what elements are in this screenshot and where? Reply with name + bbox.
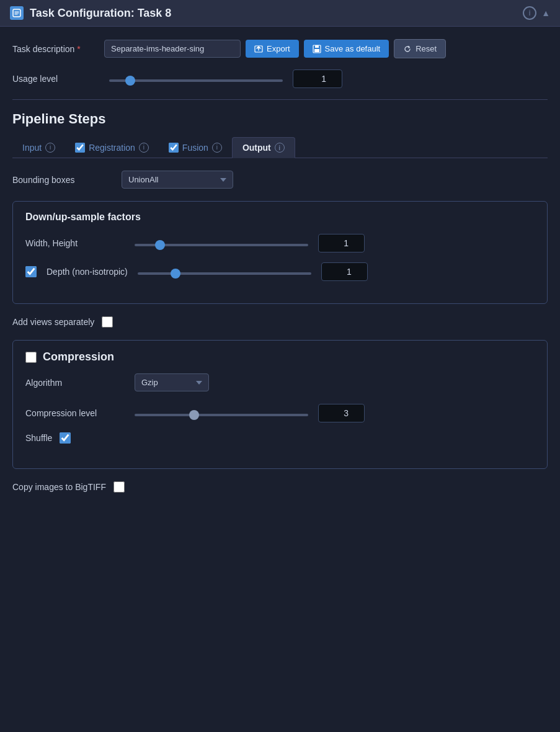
- compression-level-row: Compression level: [25, 404, 535, 422]
- svg-rect-3: [315, 45, 319, 48]
- title-bar-left: Task Configuration: Task 8: [10, 6, 171, 20]
- depth-row: Depth (non-isotropic): [25, 262, 535, 281]
- compression-level-slider-wrapper: [135, 408, 308, 418]
- bounding-boxes-label: Bounding boxes: [12, 175, 112, 185]
- title-info-icon[interactable]: i: [523, 6, 536, 20]
- task-description-row: Task description Export Save as default …: [12, 39, 548, 58]
- downsample-title: Down/up-sample factors: [25, 212, 535, 223]
- tab-input-label: Input: [22, 143, 42, 153]
- compression-level-label: Compression level: [25, 408, 125, 418]
- tab-fusion[interactable]: Fusion i: [159, 138, 232, 158]
- usage-level-input[interactable]: [293, 69, 342, 88]
- downsample-section: Down/up-sample factors Width, Height Dep…: [12, 201, 548, 304]
- tab-fusion-info-icon[interactable]: i: [212, 143, 222, 153]
- divider-1: [12, 99, 548, 100]
- tab-output-info-icon[interactable]: i: [275, 143, 285, 153]
- copy-images-checkbox[interactable]: [113, 481, 125, 493]
- pipeline-steps-heading: Pipeline Steps: [12, 111, 548, 127]
- page-title: Task Configuration: Task 8: [30, 7, 171, 20]
- title-bar: Task Configuration: Task 8 i ▲: [0, 0, 560, 27]
- algorithm-label: Algorithm: [25, 378, 125, 388]
- bounding-boxes-select[interactable]: UnionAll Intersection None: [122, 171, 233, 189]
- compression-header: Compression: [25, 350, 535, 364]
- width-height-slider[interactable]: [135, 244, 308, 246]
- tab-fusion-label: Fusion: [182, 143, 208, 153]
- export-icon: [254, 45, 263, 53]
- add-views-label: Add views separately: [12, 317, 94, 327]
- tab-registration[interactable]: Registration i: [65, 138, 159, 158]
- svg-rect-4: [314, 49, 319, 52]
- compression-enabled-checkbox[interactable]: [25, 352, 37, 363]
- usage-level-row: Usage level: [12, 69, 548, 88]
- compression-section: Compression Algorithm Gzip LZ4 None Comp…: [12, 340, 548, 469]
- algorithm-row: Algorithm Gzip LZ4 None: [25, 373, 535, 391]
- compression-level-slider[interactable]: [135, 414, 308, 416]
- title-bar-right: i ▲: [523, 6, 550, 20]
- save-default-button[interactable]: Save as default: [304, 40, 389, 58]
- usage-level-slider-wrapper: [109, 74, 283, 84]
- tab-output[interactable]: Output i: [232, 137, 295, 158]
- tab-fusion-checkbox[interactable]: [169, 143, 179, 153]
- pipeline-tabs: Input i Registration i Fusion i Output i: [12, 137, 548, 158]
- usage-level-label: Usage level: [12, 74, 99, 84]
- add-views-checkbox[interactable]: [102, 316, 113, 328]
- compression-title: Compression: [43, 350, 114, 364]
- collapse-icon[interactable]: ▲: [541, 8, 550, 18]
- width-height-input[interactable]: [318, 234, 365, 252]
- algorithm-select[interactable]: Gzip LZ4 None: [135, 373, 209, 391]
- depth-slider-wrapper: [138, 267, 311, 277]
- tab-output-label: Output: [242, 143, 271, 153]
- bounding-boxes-row: Bounding boxes UnionAll Intersection Non…: [12, 171, 548, 189]
- reset-button[interactable]: Reset: [394, 39, 446, 58]
- task-icon: [10, 6, 24, 20]
- depth-label: Depth (non-isotropic): [47, 266, 128, 277]
- add-views-row: Add views separately: [12, 316, 548, 328]
- tab-registration-label: Registration: [89, 143, 135, 153]
- save-icon: [313, 45, 321, 53]
- width-height-row: Width, Height: [25, 234, 535, 252]
- shuffle-checkbox[interactable]: [60, 432, 71, 444]
- usage-level-slider[interactable]: [109, 79, 283, 82]
- task-description-input[interactable]: [104, 40, 241, 58]
- compression-level-input[interactable]: [318, 404, 365, 422]
- tab-input[interactable]: Input i: [12, 138, 65, 158]
- main-content: Task description Export Save as default …: [0, 27, 560, 517]
- width-height-label: Width, Height: [25, 238, 125, 248]
- copy-images-label: Copy images to BigTIFF: [12, 482, 106, 492]
- tab-registration-info-icon[interactable]: i: [139, 143, 149, 153]
- export-button[interactable]: Export: [246, 40, 299, 58]
- shuffle-label: Shuffle: [25, 433, 52, 443]
- tab-input-info-icon[interactable]: i: [45, 143, 55, 153]
- copy-images-row: Copy images to BigTIFF: [12, 481, 548, 493]
- depth-checkbox[interactable]: [25, 266, 37, 277]
- depth-input[interactable]: [321, 262, 368, 281]
- reset-icon: [403, 45, 412, 53]
- depth-slider[interactable]: [138, 272, 311, 275]
- width-height-slider-wrapper: [135, 238, 308, 248]
- task-description-label: Task description: [12, 44, 99, 54]
- tab-registration-checkbox[interactable]: [75, 143, 85, 153]
- shuffle-row: Shuffle: [25, 432, 535, 444]
